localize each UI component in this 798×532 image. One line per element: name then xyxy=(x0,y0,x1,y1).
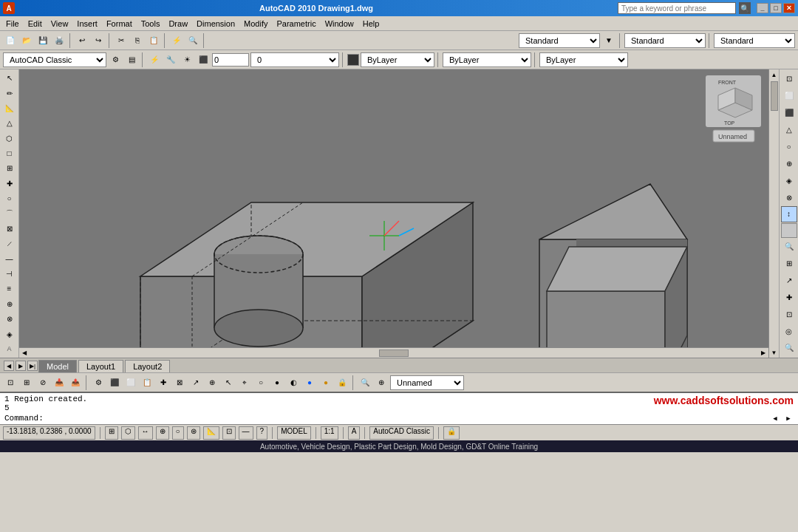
layer-dropdown[interactable]: 0 xyxy=(250,52,339,67)
style-dropdown1[interactable]: Standard xyxy=(519,33,600,48)
bt22[interactable]: 🔍 xyxy=(358,375,372,390)
grid-btn[interactable]: ⬡ xyxy=(121,426,135,440)
bt21[interactable]: 🔒 xyxy=(335,375,349,390)
draw-btn11[interactable]: ⟋ xyxy=(1,236,18,250)
r-btn14[interactable]: ⊡ xyxy=(781,306,797,322)
viewport-dropdown[interactable]: Unnamed xyxy=(390,375,464,390)
r-btn4[interactable]: △ xyxy=(781,122,797,138)
workspace-icon1[interactable]: ⚙ xyxy=(108,52,123,67)
command-input[interactable] xyxy=(47,414,767,423)
workspace-status-btn[interactable]: AutoCAD Classic xyxy=(369,426,434,440)
menu-view[interactable]: View xyxy=(47,18,73,30)
r-btn10[interactable]: 🔍 xyxy=(781,239,797,255)
layer-btn2[interactable]: 🔧 xyxy=(163,52,178,67)
bt5[interactable]: 📤 xyxy=(68,375,83,390)
menu-parametric[interactable]: Parametric xyxy=(272,18,320,30)
style-dropdown2[interactable]: Standard xyxy=(624,33,706,48)
bt2[interactable]: ⊞ xyxy=(19,375,34,390)
bt12[interactable]: ↗ xyxy=(188,375,203,390)
tab-scroll-right[interactable]: ▶ xyxy=(16,361,26,371)
bt7[interactable]: ⬛ xyxy=(107,375,122,390)
bt9[interactable]: 📋 xyxy=(140,375,154,390)
bt3[interactable]: ⊘ xyxy=(35,375,50,390)
bt13[interactable]: ⊕ xyxy=(205,375,219,390)
bt16[interactable]: ○ xyxy=(253,375,268,390)
workspace-dropdown[interactable]: AutoCAD Classic xyxy=(3,52,106,67)
scroll-h-thumb[interactable] xyxy=(379,349,409,357)
r-btn13[interactable]: ✚ xyxy=(781,289,797,305)
bt10[interactable]: ✚ xyxy=(156,375,171,390)
matchprop-btn[interactable]: ⚡ xyxy=(169,33,184,48)
bt19[interactable]: ● xyxy=(302,375,317,390)
polar-btn[interactable]: ⊕ xyxy=(156,426,169,440)
bt14[interactable]: ↖ xyxy=(221,375,236,390)
viewcube[interactable]: FRONT TOP xyxy=(706,75,761,127)
restore-btn[interactable]: □ xyxy=(770,3,782,13)
draw-btn17[interactable]: ◈ xyxy=(1,327,18,341)
osnap-btn[interactable]: ○ xyxy=(172,426,184,440)
r-btn1[interactable]: ⊡ xyxy=(781,71,797,87)
lineweight-dropdown[interactable]: ByLayer xyxy=(539,52,628,67)
coordinates-display[interactable]: -13.1818, 0.2386 , 0.0000 xyxy=(3,426,95,440)
paste-btn[interactable]: 📋 xyxy=(146,33,161,48)
draw-btn1[interactable]: ✏ xyxy=(1,86,18,100)
draw-btn8[interactable]: ○ xyxy=(1,191,18,205)
draw-btn5[interactable]: □ xyxy=(1,146,18,160)
viewport[interactable]: FRONT TOP Unnamed Z X Y xyxy=(19,69,779,358)
save-btn[interactable]: 💾 xyxy=(35,33,50,48)
draw-btn15[interactable]: ⊕ xyxy=(1,297,18,311)
draw-btn12[interactable]: — xyxy=(1,252,18,266)
style-btn1[interactable]: ▼ xyxy=(601,33,616,48)
draw-btn6[interactable]: ⊞ xyxy=(1,161,18,175)
scroll-thumb[interactable] xyxy=(771,81,778,111)
scroll-up-btn[interactable]: ▲ xyxy=(769,69,779,80)
lw-btn[interactable]: — xyxy=(239,426,253,440)
plot-btn[interactable]: 🖨️ xyxy=(52,33,66,48)
scrollbar-v[interactable]: ▲ ▼ xyxy=(768,69,779,358)
r-btn7[interactable]: ◈ xyxy=(781,172,797,188)
cmd-scroll-right[interactable]: ▶ xyxy=(783,415,794,423)
r-btn12[interactable]: ↗ xyxy=(781,273,797,289)
toolbar-lock-btn[interactable]: 🔒 xyxy=(443,426,460,440)
bt20[interactable]: ● xyxy=(318,375,333,390)
tab-layout2[interactable]: Layout2 xyxy=(125,360,170,372)
layer-btn3[interactable]: ☀ xyxy=(180,52,194,67)
ortho-btn[interactable]: ↔ xyxy=(138,426,153,440)
draw-btn13[interactable]: ⊣ xyxy=(1,267,18,281)
r-btn9[interactable]: ↕ xyxy=(781,206,797,222)
menu-help[interactable]: Help xyxy=(358,18,384,30)
search-btn[interactable]: 🔍 xyxy=(739,2,751,14)
layer-btn4[interactable]: ⬛ xyxy=(196,52,211,67)
bt1[interactable]: ⊡ xyxy=(3,375,18,390)
r-btn11[interactable]: ⊞ xyxy=(781,256,797,272)
zoom-ratio[interactable]: 1:1 xyxy=(321,426,338,440)
select-btn[interactable]: ↖ xyxy=(1,71,18,85)
tab-scroll-right2[interactable]: ▶| xyxy=(27,361,38,371)
r-btn3[interactable]: ⬛ xyxy=(781,105,797,121)
layer-input[interactable] xyxy=(212,53,249,66)
layer-props-btn[interactable]: ⚡ xyxy=(147,52,162,67)
draw-btn9[interactable]: ⌒ xyxy=(1,206,18,220)
draw-btn4[interactable]: ⬡ xyxy=(1,132,18,146)
menu-window[interactable]: Window xyxy=(321,18,358,30)
new-btn[interactable]: 📄 xyxy=(3,33,18,48)
bt23[interactable]: ⊕ xyxy=(374,375,389,390)
r-btn5[interactable]: ○ xyxy=(781,139,797,155)
menu-draw[interactable]: Draw xyxy=(164,18,192,30)
bt4[interactable]: 📥 xyxy=(52,375,66,390)
otrack-btn[interactable]: ⊛ xyxy=(187,426,200,440)
style-dropdown3[interactable]: Standard xyxy=(714,33,795,48)
bt6[interactable]: ⚙ xyxy=(91,375,106,390)
menu-file[interactable]: File xyxy=(1,18,24,30)
menu-format[interactable]: Format xyxy=(102,18,137,30)
draw-btn3[interactable]: △ xyxy=(1,116,18,130)
bt15[interactable]: ⌖ xyxy=(237,375,252,390)
draw-btn14[interactable]: ≡ xyxy=(1,282,18,296)
dyn-btn[interactable]: ⊡ xyxy=(222,426,236,440)
linetype-dropdown[interactable]: ByLayer xyxy=(443,52,531,67)
tab-layout1[interactable]: Layout1 xyxy=(78,360,123,372)
r-btn15[interactable]: ◎ xyxy=(781,323,797,339)
bt18[interactable]: ◐ xyxy=(286,375,301,390)
close-btn[interactable]: ✕ xyxy=(783,3,795,13)
menu-dimension[interactable]: Dimension xyxy=(192,18,239,30)
